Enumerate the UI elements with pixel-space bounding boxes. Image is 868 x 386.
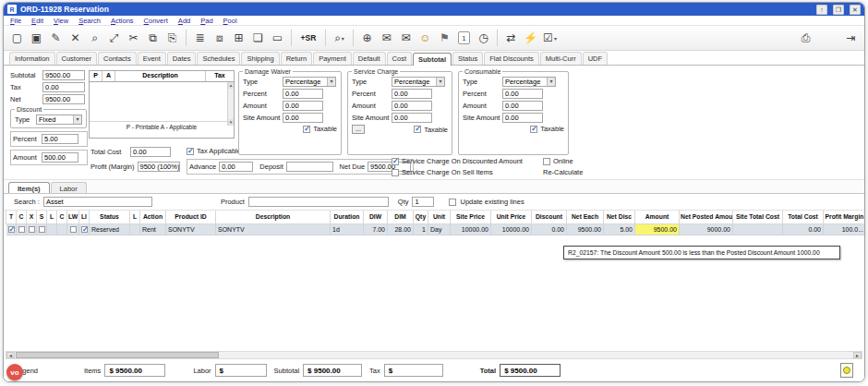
tax-col-description[interactable]: Description [115,71,206,81]
menu-add[interactable]: Add [178,17,190,25]
scroll-down-icon[interactable]: ▼ [228,119,234,126]
cons-amount-field[interactable]: 0.00 [502,101,543,111]
menu-view[interactable]: View [54,17,68,25]
save-icon[interactable]: ▣ [28,29,45,48]
grid-cell-25[interactable] [733,223,783,235]
tab-schedules[interactable]: Schedules [197,52,240,65]
maximize-button[interactable]: ❐ [833,5,844,15]
grid-cell-17[interactable]: Day [428,223,451,235]
tab-return[interactable]: Return [281,52,313,65]
grid-header-site-total-cost-25[interactable]: Site Total Cost [733,211,783,223]
menu-edit[interactable]: Edit [31,17,43,25]
lightbulb-icon[interactable] [840,363,853,378]
horizontal-scrollbar[interactable]: ◄ ► [6,351,862,359]
menu-convert[interactable]: Convert [144,17,168,25]
tab-event[interactable]: Event [138,52,166,65]
scrollbar-thumb[interactable] [16,352,219,358]
globe-icon[interactable]: ⊕ [358,29,376,48]
cons-percent-field[interactable]: 0.00 [502,89,543,99]
menu-pool[interactable]: Pool [223,17,237,25]
grid-header-action-10[interactable]: Action [140,211,166,223]
tab-cost[interactable]: Cost [387,52,412,65]
grid-header-duration-13[interactable]: Duration [331,211,364,223]
chevron-down-icon[interactable]: ▾ [547,78,555,86]
grid-cell-24[interactable]: 9000.00 [680,223,733,235]
grid-header-discount-20[interactable]: Discount [532,211,567,223]
deposit-field[interactable] [286,162,333,172]
grid-data-row[interactable]: ReservedRentSONYTVSONYTV1d7.0028.001Day1… [6,223,865,235]
tax-table-scrollbar[interactable]: ▲ ▼ [227,82,234,126]
sc-sell-items-checkbox[interactable] [392,169,399,176]
smiley-icon[interactable]: ☺ [416,29,434,48]
scroll-up-icon[interactable]: ▲ [228,82,234,89]
grid-cell-4[interactable] [47,223,57,235]
edit-icon[interactable]: ✎ [47,29,65,48]
menu-actions[interactable]: Actions [111,17,134,25]
grid-cell-26[interactable]: 0.00 [783,223,824,235]
grid-header-li-7[interactable]: LI [79,211,90,223]
dw-site-field[interactable]: 0.00 [283,113,323,123]
grid-header-l-9[interactable]: L [130,211,140,223]
grid-cell-20[interactable]: 0.00 [532,223,567,235]
tab-shipping[interactable]: Shipping [241,52,279,65]
grid-cell-27[interactable]: 100.0... [824,223,865,235]
chevron-down-icon[interactable]: ▾ [327,78,335,86]
grid-header-net-disc-22[interactable]: Net Disc [604,211,635,223]
tab-payment[interactable]: Payment [313,52,352,65]
sc-discounted-checkbox[interactable] [392,158,399,165]
new-document-icon[interactable]: ▢ [8,29,26,48]
dw-taxable-checkbox[interactable] [303,126,310,133]
grid-cell-15[interactable]: 28.00 [388,223,414,235]
cut-icon[interactable]: ✂ [125,29,142,48]
discount-percent-field[interactable]: 5.00 [42,134,78,144]
grid-header-unit-17[interactable]: Unit [428,211,451,223]
calendar-icon[interactable]: 1 [458,31,470,44]
add-sr-button[interactable]: +SR [296,29,320,48]
grid-cell-5[interactable] [57,223,67,235]
scroll-left-icon[interactable]: ◄ [6,352,15,358]
item-tab-labor[interactable]: Labor [51,182,87,193]
menu-pad[interactable]: Pad [200,17,212,25]
tab-contacts[interactable]: Contacts [98,52,137,65]
paste-icon[interactable]: ⎘ [163,29,181,48]
row-checkbox-checked[interactable] [81,226,88,233]
menu-search[interactable]: Search [78,17,101,25]
grid-header-total-cost-26[interactable]: Total Cost [783,211,824,223]
dw-type-select[interactable]: Percentage ▾ [283,77,336,87]
flag-icon[interactable]: ⚑ [436,29,453,48]
grid-cell-21[interactable]: 9500.00 [567,223,604,235]
sc-amount-field[interactable]: 0.00 [392,101,432,111]
grid-header-description-12[interactable]: Description [216,211,331,223]
row-checkbox[interactable] [70,226,77,233]
grid-header-qty-16[interactable]: Qty [414,211,428,223]
grid-header-c-5[interactable]: C [57,211,67,223]
grid-header-s-3[interactable]: S [37,211,47,223]
clock-icon[interactable]: ◷ [475,29,492,48]
row-checkbox-checked[interactable] [8,226,15,233]
grid-header-net-posted-amou-24[interactable]: Net Posted Amou... [680,211,733,223]
stack-icon[interactable]: ≣ [191,29,209,48]
grid-cell-0[interactable] [6,223,17,235]
titlebar[interactable]: R ORD-11928 Reservation ↑ ❐ ✕ [4,3,864,16]
grid-cell-8[interactable]: Reserved [90,223,130,235]
grid-cell-13[interactable]: 1d [331,223,364,235]
grid-header-dim-15[interactable]: DIM [388,211,414,223]
row-checkbox[interactable] [18,226,25,233]
comment-icon[interactable]: ❏ [249,29,267,48]
grid-header-unit-price-19[interactable]: Unit Price [491,211,532,223]
grid-cell-3[interactable] [37,223,47,235]
grid-cell-9[interactable] [130,223,140,235]
sc-type-select[interactable]: Percentage ▾ [392,77,445,87]
grid-header-c-1[interactable]: C [17,211,27,223]
copy-icon[interactable]: ⧉ [144,29,162,48]
grid-cell-16[interactable]: 1 [414,223,428,235]
tab-flat-discounts[interactable]: Flat Discounts [484,52,539,65]
profit-field[interactable]: 9500 (100%) [138,162,180,172]
net-field[interactable]: 9500.00 [42,94,85,104]
grid-header-diw-14[interactable]: DIW [364,211,388,223]
chevron-down-icon[interactable]: ▾ [436,78,444,86]
sc-percent-field[interactable]: 0.00 [392,89,432,99]
grid-header-amount-23[interactable]: Amount [635,211,680,223]
delete-icon[interactable]: ✕ [66,29,84,48]
lightning-icon[interactable]: ⚡ [522,29,539,48]
